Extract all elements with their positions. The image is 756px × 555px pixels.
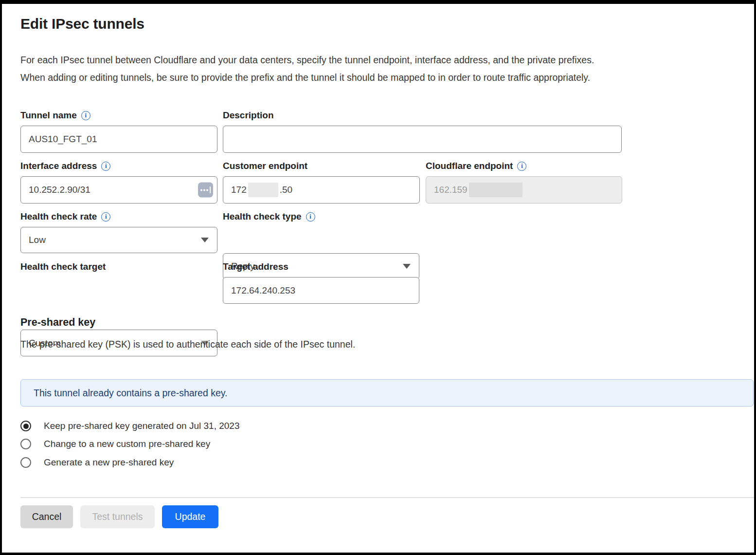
- psk-banner-text: This tunnel already contains a pre-share…: [34, 388, 228, 399]
- footer-divider: [20, 497, 754, 498]
- radio-selected-icon[interactable]: [20, 421, 31, 431]
- radio-keep-psk-label[interactable]: Keep pre-shared key generated on Jul 31,…: [44, 421, 239, 431]
- redacted-value: [469, 183, 522, 197]
- health-check-rate-value: Low: [29, 235, 46, 245]
- cloudflare-endpoint-label-text: Cloudflare endpoint: [426, 161, 513, 171]
- info-icon[interactable]: i: [517, 162, 526, 171]
- interface-address-label: Interface address i: [20, 160, 110, 172]
- radio-unselected-icon[interactable]: [20, 439, 31, 449]
- radio-keep-psk[interactable]: Keep pre-shared key generated on Jul 31,…: [20, 420, 239, 432]
- health-check-rate-select[interactable]: Low: [20, 227, 217, 253]
- customer-endpoint-prefix: 172: [231, 185, 247, 195]
- test-tunnels-button[interactable]: Test tunnels: [80, 505, 155, 528]
- info-icon[interactable]: i: [306, 212, 315, 222]
- description-input[interactable]: [223, 126, 622, 153]
- cloudflare-endpoint-label: Cloudflare endpoint i: [426, 160, 526, 172]
- helper-dot: [206, 189, 208, 191]
- input-helper-icon[interactable]: [198, 183, 213, 198]
- cloudflare-endpoint-input: 162.159: [426, 176, 622, 204]
- health-check-rate-label-text: Health check rate: [20, 211, 97, 222]
- page-title: Edit IPsec tunnels: [20, 16, 144, 32]
- redacted-value: [248, 183, 278, 197]
- psk-heading: Pre-shared key: [20, 316, 95, 329]
- cloudflare-endpoint-prefix: 162.159: [434, 185, 468, 195]
- customer-endpoint-label: Customer endpoint: [223, 160, 307, 172]
- intro-line-2: When adding or editing tunnels, be sure …: [20, 69, 745, 86]
- psk-info-banner: This tunnel already contains a pre-share…: [20, 379, 754, 407]
- interface-address-label-text: Interface address: [20, 161, 97, 171]
- customer-endpoint-suffix: .50: [280, 185, 292, 195]
- target-address-label-text: Target address: [223, 261, 288, 272]
- radio-generate-psk[interactable]: Generate a new pre-shared key: [20, 456, 174, 469]
- edit-ipsec-tunnels-dialog: Edit IPsec tunnels For each IPsec tunnel…: [0, 0, 756, 555]
- info-icon[interactable]: i: [101, 212, 110, 222]
- health-check-target-label-text: Health check target: [20, 261, 106, 272]
- update-button[interactable]: Update: [162, 505, 218, 528]
- customer-endpoint-input[interactable]: 172 .50: [223, 176, 420, 204]
- radio-generate-psk-label[interactable]: Generate a new pre-shared key: [44, 457, 174, 468]
- helper-dot: [200, 189, 202, 191]
- helper-dot: [203, 189, 205, 191]
- chevron-down-icon: [403, 264, 411, 269]
- psk-description: The pre-shared key (PSK) is used to auth…: [20, 339, 355, 350]
- description-label-text: Description: [223, 110, 274, 121]
- chevron-down-icon: [201, 238, 209, 242]
- radio-change-psk-label[interactable]: Change to a new custom pre-shared key: [44, 439, 210, 449]
- health-check-type-label: Health check type i: [223, 210, 315, 223]
- cancel-button[interactable]: Cancel: [20, 505, 73, 528]
- customer-endpoint-label-text: Customer endpoint: [223, 161, 307, 171]
- health-check-target-label: Health check target: [20, 260, 106, 273]
- target-address-label: Target address: [223, 260, 288, 273]
- info-icon[interactable]: i: [81, 111, 90, 120]
- helper-cursor-bar: [210, 187, 211, 193]
- intro-line-1: For each IPsec tunnel between Cloudflare…: [20, 51, 745, 69]
- radio-change-psk[interactable]: Change to a new custom pre-shared key: [20, 438, 210, 450]
- radio-unselected-icon[interactable]: [20, 457, 31, 468]
- description-label: Description: [223, 109, 274, 122]
- tunnel-name-label-text: Tunnel name: [20, 110, 77, 121]
- tunnel-name-label: Tunnel name i: [20, 109, 90, 122]
- info-icon[interactable]: i: [101, 162, 110, 171]
- health-check-type-label-text: Health check type: [223, 211, 302, 222]
- target-address-input[interactable]: [223, 277, 419, 304]
- tunnel-name-input[interactable]: [20, 126, 217, 153]
- interface-address-input[interactable]: [20, 176, 217, 204]
- intro-text: For each IPsec tunnel between Cloudflare…: [20, 51, 745, 86]
- health-check-rate-label: Health check rate i: [20, 210, 110, 223]
